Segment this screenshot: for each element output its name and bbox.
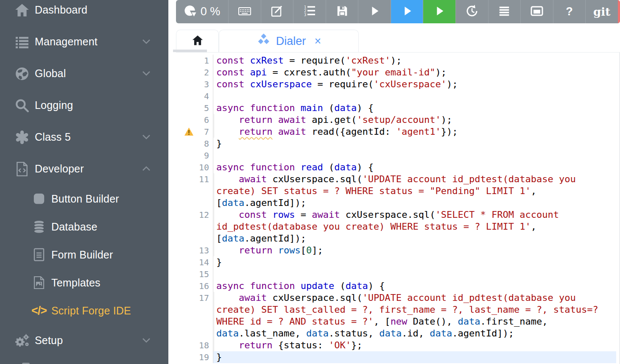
code-token[interactable]	[216, 340, 239, 350]
code-line[interactable]: 10async function read (data) {	[176, 161, 620, 173]
code-token[interactable]: return	[239, 340, 272, 350]
code-line-text[interactable]: async function read (data) {	[213, 161, 616, 173]
code-line[interactable]: 8}	[176, 138, 620, 150]
code-token[interactable]: = cxrest.auth(	[267, 67, 351, 78]
code-line[interactable]: 19}	[176, 351, 620, 363]
sidebar-item-class-5[interactable]: Class 5	[0, 121, 168, 153]
code-token[interactable]: );	[391, 55, 402, 66]
code-token[interactable]: data	[222, 233, 244, 244]
code-line[interactable]: 12 const rows = await cxUserspace.sql('S…	[176, 209, 620, 245]
code-token[interactable]: ) {	[368, 281, 385, 291]
code-token[interactable]: rows	[272, 209, 295, 220]
code-token[interactable]: function	[250, 281, 295, 291]
log-lines-button[interactable]	[488, 0, 521, 23]
code-token[interactable]: = require(	[284, 55, 346, 66]
code-token[interactable]: data	[306, 328, 329, 339]
code-line[interactable]: 2const api = cxrest.auth("your email-id"…	[176, 67, 620, 78]
code-token[interactable]: cxUserspace	[250, 79, 312, 89]
code-token[interactable]: const	[239, 209, 267, 220]
code-token[interactable]: ) {	[357, 103, 374, 113]
code-line[interactable]: 18 return {status: 'OK'};	[176, 339, 620, 351]
code-token[interactable]	[216, 114, 239, 125]
code-line[interactable]: 7 return await read({agentId: 'agent1'})…	[176, 126, 620, 138]
code-token[interactable]: cxUserspace.sql(	[267, 292, 362, 303]
code-token[interactable]: return	[239, 126, 272, 137]
code-token[interactable]: .first_name,	[480, 316, 553, 327]
code-line-text[interactable]: const api = cxrest.auth("your email-id")…	[213, 67, 616, 78]
code-token[interactable]: data	[334, 162, 357, 172]
history-button[interactable]	[455, 0, 488, 23]
code-token[interactable]	[295, 281, 300, 291]
code-token[interactable]: update	[301, 281, 334, 291]
code-line-text[interactable]: return await read({agentId: 'agent1'});	[213, 126, 616, 138]
code-token[interactable]: const	[216, 79, 244, 89]
code-line[interactable]: 14}	[176, 256, 620, 268]
code-token[interactable]: return	[239, 245, 272, 256]
code-token[interactable]: };	[351, 340, 363, 350]
code-token[interactable]: );	[447, 79, 458, 89]
code-line[interactable]: 16async function update (data) {	[176, 280, 620, 292]
keyboard-button[interactable]	[228, 0, 261, 23]
code-token[interactable]	[295, 103, 300, 113]
code-token[interactable]: data	[216, 328, 239, 339]
code-token[interactable]: await	[278, 114, 306, 125]
code-token[interactable]: cxUserspace.sql(	[267, 174, 362, 184]
code-token[interactable]: await	[239, 292, 267, 303]
sidebar-item-setup[interactable]: Setup	[0, 325, 168, 356]
code-token[interactable]: return	[239, 114, 272, 125]
code-line[interactable]: 3const cxUserspace = require('cxUserspac…	[176, 78, 620, 90]
code-token[interactable]: 'setup/account'	[357, 114, 441, 125]
code-token[interactable]: ) {	[357, 162, 374, 172]
code-line-text[interactable]: await cxUserspace.sql('UPDATE account id…	[213, 173, 616, 209]
code-token[interactable]	[216, 174, 239, 184]
code-token[interactable]: (	[323, 103, 335, 113]
sidebar-item-developer[interactable]: Developer	[0, 153, 168, 185]
code-line[interactable]: 17 await cxUserspace.sql('UPDATE account…	[176, 292, 620, 339]
sidebar-item-button-builder[interactable]: Button Builder	[0, 185, 168, 213]
code-token[interactable]: );	[436, 67, 447, 78]
run-active-button[interactable]	[391, 0, 423, 23]
code-token[interactable]: 0	[306, 245, 312, 256]
code-token[interactable]: , [	[374, 316, 391, 327]
sidebar-item-script-forge-ide[interactable]: </> Script Forge IDE	[0, 297, 168, 325]
code-token[interactable]: .agentId]);	[244, 233, 306, 244]
code-token[interactable]: .agentId]);	[244, 197, 306, 208]
git-button[interactable]: git	[585, 0, 618, 23]
code-token[interactable]: await	[312, 209, 340, 220]
code-token[interactable]: ];	[312, 245, 323, 256]
sidebar-item-dashboard[interactable]: Dashboard	[0, 0, 168, 26]
code-token[interactable]: 'cxRest'	[346, 55, 391, 66]
code-token[interactable]: =	[295, 209, 312, 220]
code-token[interactable]	[216, 209, 239, 220]
code-line-text[interactable]: }	[213, 256, 616, 268]
code-line-text[interactable]: return {status: 'OK'};	[213, 339, 616, 351]
code-line-text[interactable]	[213, 90, 616, 102]
code-token[interactable]: async	[216, 162, 244, 172]
code-token[interactable]: .agentId]);	[452, 328, 514, 339]
ordered-list-button[interactable]: 123	[293, 0, 326, 23]
code-token[interactable]: Date(),	[407, 316, 458, 327]
code-token[interactable]: cxRest	[250, 55, 283, 66]
code-line[interactable]: 13 return rows[0];	[176, 245, 620, 256]
code-token[interactable]	[272, 245, 278, 256]
code-token[interactable]: await	[239, 174, 267, 184]
window-button[interactable]	[520, 0, 553, 23]
code-token[interactable]: }	[216, 257, 222, 267]
code-token[interactable]	[267, 209, 272, 220]
code-area[interactable]: 1const cxRest = require('cxRest');2const…	[176, 55, 620, 363]
code-token[interactable]: data	[222, 197, 244, 208]
code-token[interactable]	[272, 114, 278, 125]
code-token[interactable]	[216, 292, 239, 303]
sidebar-item-form-builder[interactable]: Form Builder	[0, 241, 168, 269]
tab-home[interactable]	[176, 30, 219, 52]
sidebar-item-management[interactable]: Management	[0, 26, 168, 58]
code-token[interactable]: cxUserspace.sql(	[340, 209, 435, 220]
code-token[interactable]: (	[334, 281, 346, 291]
code-token[interactable]	[244, 162, 250, 172]
code-token[interactable]: = require(	[312, 79, 374, 89]
run-button[interactable]	[358, 0, 391, 23]
sidebar-item-templates[interactable]: Templates	[0, 269, 168, 297]
code-token[interactable]: "your email-id"	[351, 67, 436, 78]
code-token[interactable]: }	[216, 138, 222, 149]
code-line-text[interactable]	[213, 268, 616, 280]
